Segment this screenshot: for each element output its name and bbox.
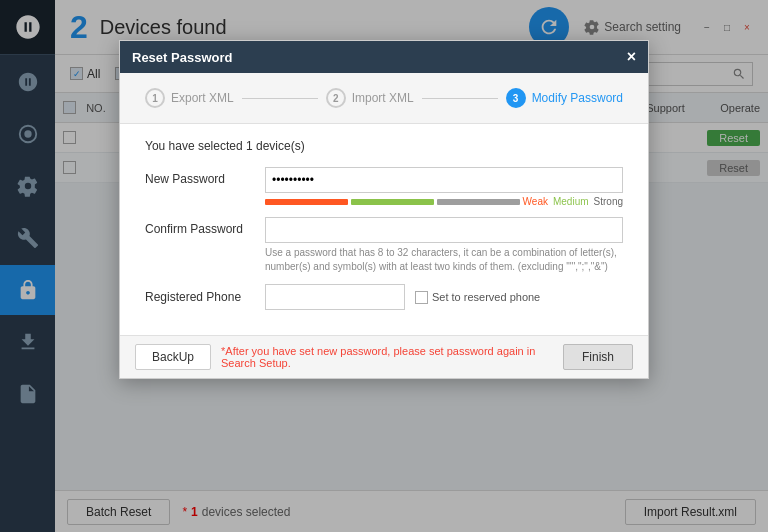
new-password-control: Weak Medium Strong xyxy=(265,167,623,207)
step-line-2 xyxy=(422,98,498,99)
modal-title: Reset Password xyxy=(132,50,232,65)
step-1-circle: 1 xyxy=(145,88,165,108)
strength-strong-label: Strong xyxy=(594,196,623,207)
modal-header: Reset Password × xyxy=(120,41,648,73)
strength-weak-label: Weak xyxy=(523,196,548,207)
step-3-circle: 3 xyxy=(506,88,526,108)
finish-button[interactable]: Finish xyxy=(563,344,633,370)
strength-strong-seg xyxy=(437,199,520,205)
strength-medium-label: Medium xyxy=(553,196,589,207)
confirm-password-input[interactable] xyxy=(265,217,623,243)
registered-phone-row: Registered Phone Set to reserved phone xyxy=(145,284,623,310)
confirm-password-control: Use a password that has 8 to 32 characte… xyxy=(265,217,623,274)
registered-phone-label: Registered Phone xyxy=(145,290,265,304)
step-2-circle: 2 xyxy=(326,88,346,108)
confirm-password-row: Confirm Password Use a password that has… xyxy=(145,217,623,274)
password-hint: Use a password that has 8 to 32 characte… xyxy=(265,246,623,274)
set-reserved-phone-label: Set to reserved phone xyxy=(432,291,540,303)
set-reserved-phone-area: Set to reserved phone xyxy=(415,291,540,304)
new-password-input[interactable] xyxy=(265,167,623,193)
strength-weak-seg xyxy=(265,199,348,205)
password-strength-bar: Weak Medium Strong xyxy=(265,196,623,207)
steps-bar: 1 Export XML 2 Import XML 3 Modify Passw… xyxy=(120,73,648,124)
reset-password-modal: Reset Password × 1 Export XML 2 Import X… xyxy=(119,40,649,379)
strength-medium-seg xyxy=(351,199,434,205)
backup-button[interactable]: BackUp xyxy=(135,344,211,370)
modal-body: You have selected 1 device(s) New Passwo… xyxy=(120,124,648,335)
step-line-1 xyxy=(242,98,318,99)
set-reserved-phone-checkbox[interactable] xyxy=(415,291,428,304)
step-1: 1 Export XML xyxy=(145,88,234,108)
new-password-row: New Password Weak Medium Strong xyxy=(145,167,623,207)
modal-close-button[interactable]: × xyxy=(627,49,636,65)
modal-overlay: Reset Password × 1 Export XML 2 Import X… xyxy=(0,0,768,532)
confirm-password-label: Confirm Password xyxy=(145,217,265,236)
step-1-label: Export XML xyxy=(171,91,234,105)
step-3-label: Modify Password xyxy=(532,91,623,105)
selected-devices-label: You have selected 1 device(s) xyxy=(145,139,623,153)
modal-footer: BackUp *After you have set new password,… xyxy=(120,335,648,378)
registered-phone-input[interactable] xyxy=(265,284,405,310)
step-3: 3 Modify Password xyxy=(506,88,623,108)
footer-warning: *After you have set new password, please… xyxy=(221,345,553,369)
step-2-label: Import XML xyxy=(352,91,414,105)
new-password-label: New Password xyxy=(145,167,265,186)
step-2: 2 Import XML xyxy=(326,88,414,108)
